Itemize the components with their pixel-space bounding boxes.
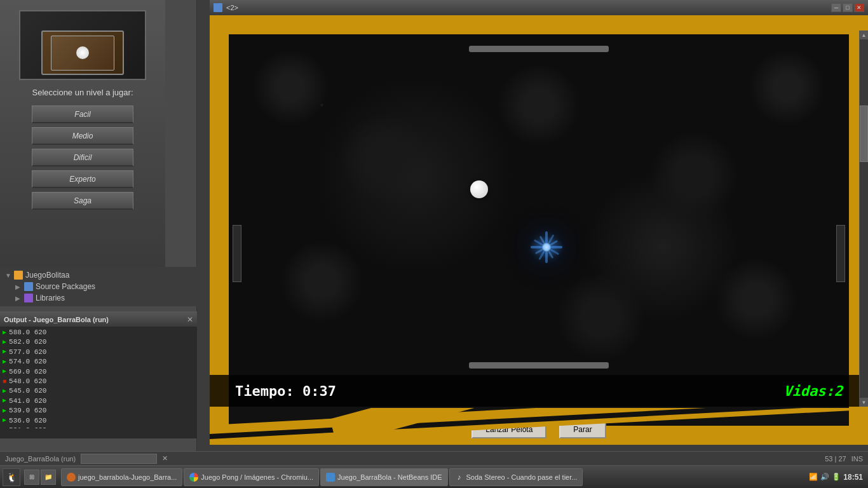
energy-ring [527, 236, 566, 259]
start-button[interactable]: 🐧 [3, 468, 20, 486]
taskbar-left: 🐧 ⊞ 📁 juego_barrabola-Juego_Barra... Jue… [0, 468, 585, 486]
vertical-scrollbar[interactable]: ▲ ▼ [859, 30, 868, 407]
level-medio-button[interactable]: Medio [32, 127, 133, 145]
output-text-3: 574.0 620 [9, 357, 46, 367]
scroll-up-button[interactable]: ▲ [860, 30, 868, 39]
taskbar-music-item[interactable]: ♪ Soda Stereo - Cuando pase el tier... [449, 468, 583, 486]
game-window: <2> ─ □ ✕ [210, 0, 868, 445]
output-close-button[interactable]: ✕ [187, 315, 193, 324]
game-logo: MULTi | PONK. [19, 10, 146, 80]
taskbar-java-item[interactable]: juego_barrabola-Juego_Barra... [61, 468, 182, 486]
titlebar-buttons: ─ □ ✕ [831, 3, 864, 12]
run-icon: ▶ [3, 338, 6, 347]
run-icon: ▶ [3, 358, 6, 367]
output-line: ■ 548.0 620 [3, 377, 194, 386]
close-button[interactable]: ✕ [854, 3, 864, 12]
maximize-button[interactable]: □ [843, 3, 853, 12]
taskbar-chrome-item[interactable]: Juego Pong / Imágenes - Chromiu... [184, 468, 319, 486]
output-line: ▶ 545.0 620 [3, 386, 194, 396]
game-window-icon [214, 3, 222, 12]
libraries-expand-icon: ▶ [15, 295, 22, 302]
status-bar-right: 53 | 27 INS [825, 455, 863, 463]
output-text-0: 588.0 620 [9, 328, 46, 337]
taskbar-volume-icon: 🔊 [820, 473, 829, 481]
source-expand-icon: ▶ [15, 283, 22, 290]
game-titlebar: <2> ─ □ ✕ [210, 0, 868, 15]
output-line: ▶ 569.0 620 [3, 367, 194, 377]
select-label: Seleccione un nivel a jugar: [32, 88, 133, 97]
source-packages-label: Source Packages [36, 282, 95, 291]
output-line: ▶ 539.0 620 [3, 406, 194, 416]
run-icon: ▶ [3, 396, 6, 405]
output-panel: Output - Juego_BarraBola (run) ✕ ▶ 588.0… [0, 311, 197, 438]
show-desktop-button[interactable]: ⊞ [24, 470, 39, 485]
scroll-thumb[interactable] [860, 105, 868, 162]
tree-libraries[interactable]: ▶ Libraries [13, 292, 194, 304]
status-bar: Juego_BarraBola (run) ✕ 53 | 27 INS [0, 451, 868, 465]
files-icon: 📁 [44, 473, 52, 480]
level-experto-button[interactable]: Experto [32, 170, 133, 188]
level-dificil-button[interactable]: Dificil [32, 149, 133, 166]
output-text-2: 577.0 620 [9, 348, 46, 357]
game-titlebar-left: <2> [214, 3, 238, 12]
desktop-icon: ⊞ [29, 473, 34, 480]
run-icon: ▶ [3, 348, 6, 356]
taskbar-java-label: juego_barrabola-Juego_Barra... [78, 473, 177, 481]
error-icon: ■ [3, 377, 6, 386]
diagonal-stripes [210, 408, 868, 445]
left-paddle [233, 225, 241, 282]
project-tree: ▼ JuegoBolitaa ▶ Source Packages ▶ Libra… [0, 267, 197, 306]
output-text-9: 536.0 620 [9, 416, 46, 426]
output-line: ▶ 588.0 620 [3, 328, 194, 337]
tiempo-label: Tiempo: 0:37 [235, 383, 336, 399]
output-text-6: 545.0 620 [9, 386, 46, 396]
taskbar-clock: 18:51 [843, 473, 863, 482]
status-position: 53 | 27 [825, 455, 846, 463]
game-ball [470, 180, 488, 198]
output-text-4: 569.0 620 [9, 367, 46, 377]
game-window-title: <2> [226, 4, 238, 11]
tree-expand-icon: ▼ [5, 272, 11, 279]
scroll-down-button[interactable]: ▼ [860, 398, 868, 407]
output-text-1: 582.0 620 [9, 337, 46, 347]
top-separator [469, 46, 609, 52]
output-text-10: 531.0 620 [9, 426, 46, 428]
java-taskbar-icon [67, 473, 76, 482]
vidas-label: Vidas:2 [783, 383, 843, 399]
taskbar: 🐧 ⊞ 📁 juego_barrabola-Juego_Barra... Jue… [0, 465, 868, 488]
energy-effect [521, 231, 572, 263]
source-packages-icon [24, 282, 33, 291]
level-saga-button[interactable]: Saga [32, 192, 133, 210]
run-icon: ▶ [3, 416, 6, 425]
taskbar-network-icon: 📶 [809, 473, 818, 481]
taskbar-netbeans-label: Juego_BarraBola - NetBeans IDE [337, 473, 442, 481]
output-line: ▶ 574.0 620 [3, 357, 194, 367]
project-icon [14, 271, 23, 280]
minimize-button[interactable]: ─ [831, 3, 841, 12]
status-clear-button[interactable]: ✕ [162, 454, 168, 463]
game-menu-panel: MULTi | PONK. Seleccione un nivel a juga… [0, 0, 165, 267]
chrome-taskbar-icon [189, 473, 198, 482]
run-icon: ▶ [3, 407, 6, 416]
output-line: ▶ 577.0 620 [3, 348, 194, 357]
tree-root[interactable]: ▼ JuegoBolitaa [3, 269, 194, 281]
frame-top [210, 15, 868, 34]
stripe-1 [210, 408, 868, 445]
taskbar-netbeans-item[interactable]: Juego_BarraBola - NetBeans IDE [320, 468, 447, 486]
status-input[interactable] [81, 454, 157, 464]
run-icon: ▶ [3, 367, 6, 376]
status-mode: INS [851, 455, 863, 463]
taskbar-battery-icon: 🔋 [832, 473, 841, 481]
run-icon: ▶ [3, 329, 6, 337]
netbeans-taskbar-icon [326, 473, 335, 482]
right-paddle [836, 225, 845, 282]
files-button[interactable]: 📁 [41, 470, 56, 485]
status-project: Juego_BarraBola (run) [5, 455, 76, 463]
info-bar: Tiempo: 0:37 Vidas:2 [210, 375, 868, 407]
output-title: Output - Juego_BarraBola (run) [4, 316, 109, 323]
start-icon: 🐧 [6, 472, 17, 482]
level-facil-button[interactable]: Facil [32, 105, 133, 123]
output-line: ▶ 541.0 620 [3, 396, 194, 406]
tree-source-packages[interactable]: ▶ Source Packages [13, 281, 194, 292]
taskbar-chrome-label: Juego Pong / Imágenes - Chromiu... [201, 473, 313, 481]
